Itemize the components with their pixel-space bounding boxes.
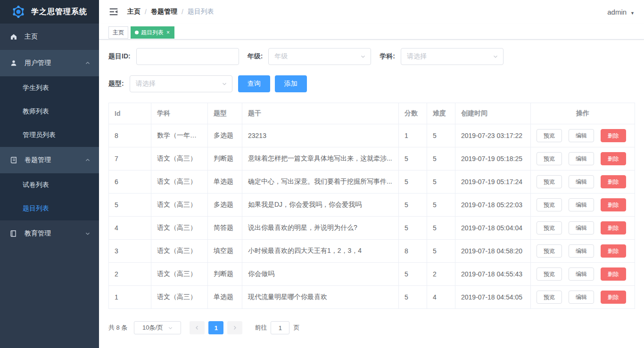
- cell-id: 8: [109, 124, 151, 147]
- sidebar-item-label: 教育管理: [25, 229, 51, 238]
- cell-subject: 数学（一年级）: [151, 124, 208, 147]
- col-id: Id: [109, 103, 151, 124]
- cell-qtype: 多选题: [208, 124, 242, 147]
- edit-button[interactable]: 编辑: [569, 129, 594, 142]
- page-number-1[interactable]: 1: [208, 321, 223, 334]
- submenu-item-label: 教师列表: [23, 107, 49, 116]
- question-type-select[interactable]: 请选择: [130, 75, 232, 92]
- sidebar-item-exam-management[interactable]: 卷题管理: [0, 147, 99, 173]
- filter-row-2: 题型: 请选择 查询 添加: [108, 75, 635, 92]
- sidebar-item-admin-list[interactable]: 管理员列表: [0, 123, 99, 147]
- table-header-row: Id 学科 题型 题干 分数 难度 创建时间 操作: [109, 103, 635, 124]
- delete-button[interactable]: 删除: [601, 152, 626, 165]
- edit-button[interactable]: 编辑: [569, 291, 594, 304]
- delete-button[interactable]: 删除: [601, 129, 626, 142]
- user-dropdown[interactable]: admin ▼: [607, 8, 635, 16]
- chevron-down-icon: [222, 81, 227, 87]
- caret-down-icon: ▼: [630, 11, 635, 16]
- cell-actions: 预览 编辑 删除: [531, 240, 635, 263]
- search-button[interactable]: 查询: [238, 75, 270, 92]
- edit-button[interactable]: 编辑: [569, 152, 594, 165]
- cell-id: 5: [109, 194, 151, 217]
- delete-button[interactable]: 删除: [601, 244, 626, 258]
- breadcrumb-home[interactable]: 主页: [127, 8, 140, 16]
- sidebar-item-paper-list[interactable]: 试卷列表: [0, 173, 99, 197]
- page-size-select[interactable]: 10条/页: [134, 321, 181, 334]
- cell-difficulty: 5: [427, 240, 455, 263]
- sidebar-item-label: 卷题管理: [25, 156, 51, 164]
- edit-button[interactable]: 编辑: [569, 198, 594, 211]
- preview-button[interactable]: 预览: [537, 175, 562, 188]
- cell-id: 7: [109, 147, 151, 170]
- cell-actions: 预览 编辑 删除: [531, 286, 635, 309]
- preview-button[interactable]: 预览: [537, 244, 562, 258]
- content: 题目ID: 年级: 年级 学科: 请选择: [99, 40, 644, 348]
- app-logo: 学之思管理系统: [0, 0, 99, 24]
- preview-button[interactable]: 预览: [537, 129, 562, 142]
- cell-created: 2019-07-19 05:18:25: [455, 147, 531, 170]
- cell-actions: 预览 编辑 删除: [531, 263, 635, 286]
- cell-score: 5: [399, 286, 427, 309]
- goto-page-input[interactable]: [271, 321, 289, 334]
- cell-id: 3: [109, 240, 151, 263]
- sidebar-item-question-list[interactable]: 题目列表: [0, 197, 99, 220]
- delete-button[interactable]: 删除: [601, 291, 626, 304]
- col-score: 分数: [399, 103, 427, 124]
- chevron-down-icon: [168, 325, 173, 331]
- breadcrumb-current: 题目列表: [188, 8, 214, 16]
- sidebar-collapse-icon[interactable]: [108, 7, 119, 17]
- edit-button[interactable]: 编辑: [569, 221, 594, 235]
- sidebar-item-teacher-list[interactable]: 教师列表: [0, 100, 99, 123]
- username: admin: [607, 8, 627, 16]
- cell-score: 5: [399, 217, 427, 240]
- add-button[interactable]: 添加: [275, 75, 307, 92]
- grade-select[interactable]: 年级: [268, 48, 371, 65]
- chevron-up-icon: [85, 157, 91, 163]
- col-qtype: 题型: [208, 103, 242, 124]
- cell-id: 4: [109, 217, 151, 240]
- cell-difficulty: 5: [427, 194, 455, 217]
- tab-label: 主页: [113, 29, 124, 37]
- edit-button[interactable]: 编辑: [569, 175, 594, 188]
- cell-subject: 语文（高三）: [151, 194, 208, 217]
- breadcrumb-exam-management[interactable]: 卷题管理: [151, 8, 177, 16]
- cell-qtype: 多选题: [208, 194, 242, 217]
- table-row: 8 数学（一年级） 多选题 23213 1 5 2019-07-23 03:17…: [109, 124, 635, 147]
- sidebar-item-user-management[interactable]: 用户管理: [0, 50, 99, 76]
- sidebar-item-home[interactable]: 主页: [0, 24, 99, 50]
- edit-button[interactable]: 编辑: [569, 267, 594, 281]
- prev-page-button[interactable]: [190, 321, 205, 334]
- sidebar-item-education-management[interactable]: 教育管理: [0, 220, 99, 247]
- tab-label: 题目列表: [141, 29, 164, 37]
- preview-button[interactable]: 预览: [537, 221, 562, 235]
- edit-button[interactable]: 编辑: [569, 244, 594, 258]
- preview-button[interactable]: 预览: [537, 198, 562, 211]
- home-icon: [9, 32, 18, 41]
- delete-button[interactable]: 删除: [601, 221, 626, 235]
- next-page-button[interactable]: [227, 321, 242, 334]
- cell-score: 5: [399, 263, 427, 286]
- submenu-item-label: 学生列表: [23, 84, 49, 92]
- delete-button[interactable]: 删除: [601, 198, 626, 211]
- cell-created: 2019-07-18 05:04:04: [455, 217, 531, 240]
- preview-button[interactable]: 预览: [537, 267, 562, 281]
- delete-button[interactable]: 删除: [601, 267, 626, 281]
- table-row: 7 语文（高三） 判断题 意味着怎样把一篇文章具体地写出来，这就牵涉... 5 …: [109, 147, 635, 170]
- delete-button[interactable]: 删除: [601, 175, 626, 188]
- cell-qtype: 单选题: [208, 170, 242, 194]
- preview-button[interactable]: 预览: [537, 291, 562, 304]
- chevron-up-icon: [85, 60, 91, 66]
- sidebar-item-student-list[interactable]: 学生列表: [0, 76, 99, 100]
- pagination: 共 8 条 10条/页 1 前往 页: [108, 321, 635, 334]
- tab-home[interactable]: 主页: [108, 26, 128, 39]
- close-icon[interactable]: ×: [166, 30, 170, 35]
- subject-select[interactable]: 请选择: [401, 48, 504, 65]
- preview-button[interactable]: 预览: [537, 152, 562, 165]
- tab-question-list[interactable]: 题目列表 ×: [131, 26, 174, 39]
- question-id-input[interactable]: [136, 48, 239, 65]
- cell-actions: 预览 编辑 删除: [531, 194, 635, 217]
- cell-score: 1: [399, 124, 427, 147]
- question-id-label: 题目ID:: [108, 52, 131, 61]
- grade-label: 年级:: [248, 52, 263, 61]
- cell-stem: 小时候最喜欢的四大天王有1，2，3，4: [242, 240, 399, 263]
